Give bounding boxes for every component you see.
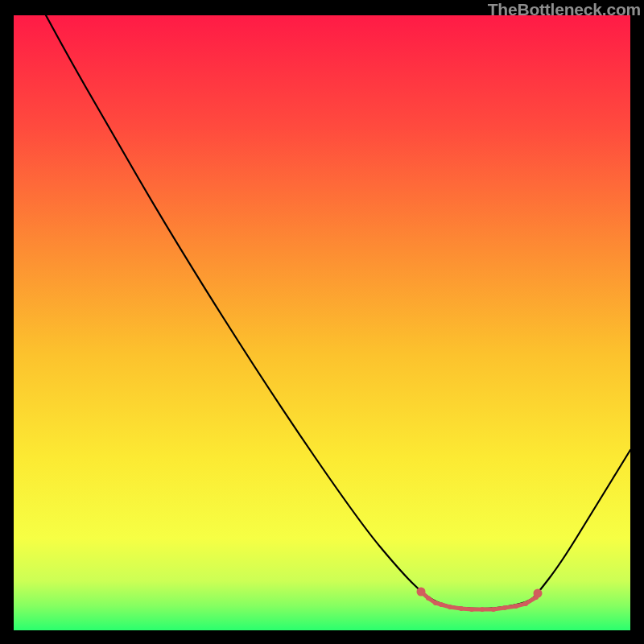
optimal-marker-dot: [534, 595, 539, 600]
optimal-marker-dot: [448, 605, 452, 609]
optimal-marker-dot: [459, 606, 464, 611]
optimal-marker-dot: [417, 588, 426, 597]
optimal-marker-dot: [523, 601, 528, 606]
optimal-marker-dot: [502, 605, 507, 610]
optimal-marker-dot: [469, 607, 474, 612]
chart-svg: [14, 15, 630, 630]
optimal-marker-dot: [480, 607, 485, 612]
gradient-background: [14, 15, 630, 630]
optimal-marker-dot: [433, 601, 438, 605]
chart-frame: [14, 15, 630, 630]
watermark-text: TheBottleneck.com: [488, 0, 641, 19]
optimal-marker-dot: [439, 602, 444, 607]
optimal-marker-dot: [426, 596, 431, 601]
optimal-marker-dot: [514, 604, 518, 609]
optimal-marker-dot: [491, 607, 496, 612]
